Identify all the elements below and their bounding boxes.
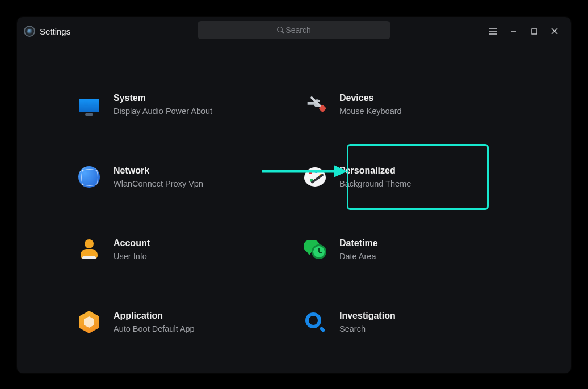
maximize-button[interactable] [528, 25, 540, 37]
card-title: Network [114, 166, 203, 176]
titlebar-center: Search [198, 21, 390, 39]
card-title: Personalized [339, 166, 411, 176]
card-title: Account [114, 238, 150, 248]
titlebar: Settings Search [17, 17, 571, 45]
card-title: Investigation [339, 311, 396, 321]
card-system[interactable]: System Display Audio Power About [68, 68, 294, 141]
titlebar-right [487, 25, 561, 37]
magnifier-icon [303, 310, 327, 334]
close-button[interactable] [548, 25, 561, 37]
clock-chat-icon [303, 238, 327, 261]
minimize-button[interactable] [507, 25, 520, 37]
user-icon [77, 238, 101, 261]
card-subtitle: Mouse Keyboard [339, 107, 402, 116]
card-title: Devices [339, 93, 402, 103]
tools-icon [303, 92, 327, 116]
palette-icon [303, 165, 327, 189]
card-title: Datetime [339, 238, 378, 248]
app-title: Settings [40, 27, 70, 36]
card-title: System [114, 93, 212, 103]
search-input[interactable]: Search [198, 21, 390, 39]
card-subtitle: Auto Boot Default App [114, 324, 195, 333]
svg-rect-4 [532, 29, 537, 34]
search-placeholder: Search [285, 26, 310, 35]
card-application[interactable]: Application Auto Boot Default App [68, 286, 294, 358]
card-personalized[interactable]: Personalized Background Theme [294, 141, 520, 213]
menu-button[interactable] [487, 25, 499, 37]
titlebar-left: Settings [24, 26, 70, 37]
card-subtitle: Search [339, 324, 396, 333]
card-datetime[interactable]: Datetime Date Area [294, 213, 520, 286]
card-subtitle: WlanConnect Proxy Vpn [114, 179, 203, 188]
monitor-icon [77, 92, 101, 116]
search-icon [277, 27, 284, 34]
card-investigation[interactable]: Investigation Search [294, 286, 520, 358]
card-subtitle: User Info [114, 252, 150, 261]
hexagon-app-icon [77, 310, 101, 334]
card-subtitle: Date Area [339, 252, 378, 261]
settings-window: Settings Search [17, 17, 571, 373]
card-title: Application [114, 311, 195, 321]
card-network[interactable]: Network WlanConnect Proxy Vpn [68, 141, 294, 213]
card-subtitle: Display Audio Power About [114, 107, 212, 116]
card-account[interactable]: Account User Info [68, 213, 294, 286]
settings-app-icon [24, 26, 35, 37]
settings-grid: System Display Audio Power About Devices… [17, 68, 571, 373]
card-devices[interactable]: Devices Mouse Keyboard [294, 68, 520, 141]
globe-icon [77, 165, 101, 189]
card-subtitle: Background Theme [339, 179, 411, 188]
